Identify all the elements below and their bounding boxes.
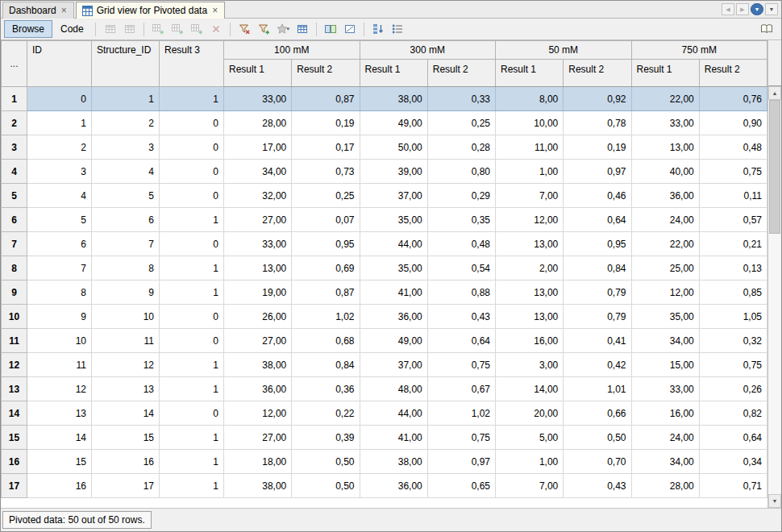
cell[interactable]: 0,50 [292,450,360,474]
cell[interactable]: 1 [160,87,224,111]
cell[interactable]: 0 [160,160,224,184]
cell[interactable]: 12 [92,353,160,377]
cell[interactable]: 11 [92,329,160,353]
cell[interactable]: 38,00 [360,450,427,474]
column-header[interactable]: ID [27,41,92,87]
cell[interactable]: 10,00 [496,111,564,135]
cell[interactable]: 0,34 [699,450,767,474]
cell[interactable]: 0,79 [564,305,631,329]
insert-row-icon[interactable] [149,20,167,38]
cell[interactable]: 1 [160,208,224,232]
cell[interactable]: 0,75 [699,353,767,377]
cell[interactable]: 5 [92,184,160,208]
vertical-scrollbar[interactable]: ▲ ▼ [767,40,781,508]
cell[interactable]: 38,00 [224,474,292,498]
table-row[interactable]: 161516118,000,5038,000,971,000,7034,000,… [2,450,767,474]
cell[interactable]: 13,00 [631,135,699,160]
cell[interactable]: 0,25 [427,111,495,135]
cell[interactable]: 0,95 [564,232,631,256]
cell[interactable]: 0,32 [699,329,767,353]
cell[interactable]: 7 [27,256,92,281]
cell[interactable]: 0,54 [427,256,495,281]
cell[interactable]: 0 [160,329,224,353]
cell[interactable]: 35,00 [360,208,427,232]
cell[interactable]: 38,00 [360,87,427,111]
cell[interactable]: 38,00 [224,353,292,377]
table-row[interactable]: 171617138,000,5036,000,657,000,4328,000,… [2,474,767,498]
cell[interactable]: 12,00 [224,401,292,426]
cell[interactable]: 16,00 [496,329,564,353]
nav-back-button[interactable]: ◀ [722,3,734,15]
cell[interactable]: 14 [27,426,92,450]
cell[interactable]: 37,00 [360,353,427,377]
edit-grid-icon[interactable] [121,20,139,38]
cell[interactable]: 1 [160,474,224,498]
cell[interactable]: 1 [160,377,224,401]
cell[interactable]: 8 [27,281,92,305]
cell[interactable]: 0,13 [699,256,767,281]
cell[interactable]: 0,95 [292,232,360,256]
cell[interactable]: 3,00 [496,353,564,377]
cell[interactable]: 0,66 [564,401,631,426]
cell[interactable]: 34,00 [631,450,699,474]
tab-list-button[interactable]: ▼ [751,3,763,15]
cell[interactable]: 36,00 [360,305,427,329]
table-row[interactable]: 101133,000,8738,000,338,000,9222,000,76 [2,87,767,111]
cell[interactable]: 15,00 [631,353,699,377]
table-row[interactable]: 323017,000,1750,000,2811,000,1913,000,48 [2,135,767,160]
cell[interactable]: 3 [27,160,92,184]
cell[interactable]: 0,84 [292,353,360,377]
cell[interactable]: 48,00 [360,377,427,401]
cell[interactable]: 16 [92,450,160,474]
cell[interactable]: 40,00 [631,160,699,184]
table-row[interactable]: 767033,000,9544,000,4813,000,9522,000,21 [2,232,767,256]
cell[interactable]: 0,67 [427,377,495,401]
cell[interactable]: 39,00 [360,160,427,184]
table-row[interactable]: 141314012,000,2244,001,0220,000,6616,000… [2,401,767,426]
cell[interactable]: 0,19 [292,111,360,135]
cell[interactable]: 0,22 [292,401,360,426]
cell[interactable]: 0,07 [292,208,360,232]
cell[interactable]: 0,64 [427,329,495,353]
cell[interactable]: 0,33 [427,87,495,111]
cell[interactable]: 27,00 [224,208,292,232]
cell[interactable]: 0,76 [699,87,767,111]
add-filter-icon[interactable] [255,20,272,38]
row-number[interactable]: 17 [2,474,27,498]
cell[interactable]: 24,00 [631,208,699,232]
cell[interactable]: 5,00 [496,426,564,450]
column-list-icon[interactable] [389,20,406,38]
cell[interactable]: 0,92 [564,87,631,111]
cell[interactable]: 0 [160,232,224,256]
cell[interactable]: 0,50 [564,426,631,450]
cell[interactable]: 0,87 [292,87,360,111]
cell[interactable]: 0,71 [699,474,767,498]
cell[interactable]: 0,75 [427,426,495,450]
cell[interactable]: 13,00 [496,232,564,256]
cell[interactable]: 0,19 [564,135,631,160]
cell[interactable]: 1 [160,281,224,305]
cell[interactable]: 33,00 [224,232,292,256]
close-icon[interactable]: × [211,6,218,15]
view-menu-button[interactable]: ▼ [765,3,778,15]
row-number[interactable]: 1 [2,87,27,111]
cell[interactable]: 6 [27,232,92,256]
cell[interactable]: 13 [92,377,160,401]
cell[interactable]: 28,00 [631,474,699,498]
cell[interactable]: 35,00 [360,256,427,281]
cell[interactable]: 1 [160,426,224,450]
cell[interactable]: 28,00 [224,111,292,135]
cell[interactable]: 10 [92,305,160,329]
cell[interactable]: 12,00 [496,208,564,232]
cell[interactable]: 6 [92,208,160,232]
sub-column-header[interactable]: Result 1 [631,60,699,87]
row-number[interactable]: 3 [2,135,27,160]
cell[interactable]: 0,46 [564,184,631,208]
cell[interactable]: 4 [92,160,160,184]
table-row[interactable]: 656127,000,0735,000,3512,000,6424,000,57 [2,208,767,232]
nav-forward-button[interactable]: ▶ [736,3,749,15]
cell[interactable]: 1,00 [496,450,564,474]
close-icon[interactable]: × [60,6,68,15]
cell[interactable]: 2 [92,111,160,135]
copy-row-icon[interactable] [168,20,186,38]
